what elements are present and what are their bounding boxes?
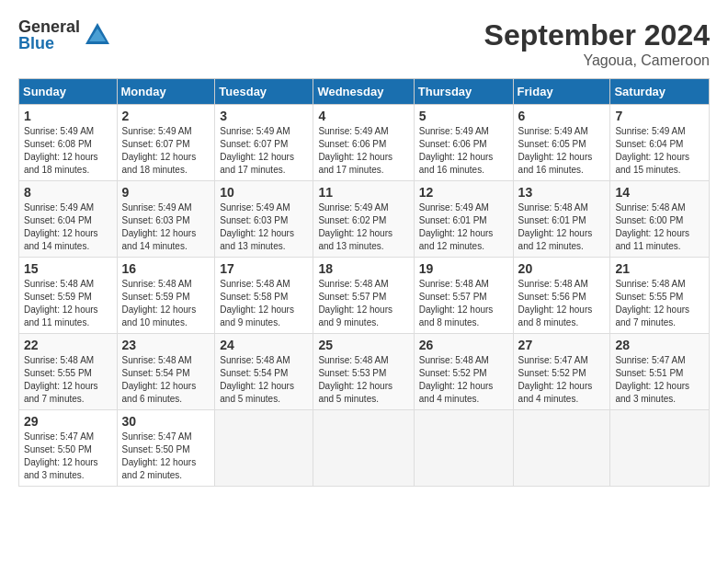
calendar-cell: 28Sunrise: 5:47 AM Sunset: 5:51 PM Dayli… — [610, 334, 710, 410]
day-info: Sunrise: 5:48 AM Sunset: 5:57 PM Dayligh… — [318, 278, 408, 329]
calendar-cell: 12Sunrise: 5:49 AM Sunset: 6:01 PM Dayli… — [414, 181, 513, 258]
day-info: Sunrise: 5:48 AM Sunset: 5:59 PM Dayligh… — [122, 278, 210, 329]
day-info: Sunrise: 5:48 AM Sunset: 6:01 PM Dayligh… — [518, 201, 606, 253]
calendar-week-row: 22Sunrise: 5:48 AM Sunset: 5:55 PM Dayli… — [19, 334, 710, 410]
calendar-cell: 15Sunrise: 5:48 AM Sunset: 5:59 PM Dayli… — [19, 258, 118, 334]
logo-icon — [84, 21, 111, 49]
day-number: 24 — [220, 338, 308, 352]
calendar-cell — [414, 410, 513, 487]
calendar-cell: 23Sunrise: 5:48 AM Sunset: 5:54 PM Dayli… — [117, 334, 215, 410]
day-info: Sunrise: 5:48 AM Sunset: 5:52 PM Dayligh… — [419, 354, 508, 406]
calendar-week-row: 8Sunrise: 5:49 AM Sunset: 6:04 PM Daylig… — [19, 181, 710, 258]
day-info: Sunrise: 5:49 AM Sunset: 6:06 PM Dayligh… — [419, 125, 508, 177]
calendar-header-saturday: Saturday — [610, 79, 710, 105]
day-number: 17 — [220, 261, 308, 276]
calendar-cell: 22Sunrise: 5:48 AM Sunset: 5:55 PM Dayli… — [19, 334, 118, 410]
calendar-header-friday: Friday — [513, 79, 610, 105]
calendar-cell: 26Sunrise: 5:48 AM Sunset: 5:52 PM Dayli… — [414, 334, 513, 410]
day-number: 10 — [220, 185, 308, 200]
calendar-week-row: 1Sunrise: 5:49 AM Sunset: 6:08 PM Daylig… — [19, 105, 710, 181]
calendar-cell: 6Sunrise: 5:49 AM Sunset: 6:05 PM Daylig… — [513, 105, 610, 181]
day-info: Sunrise: 5:48 AM Sunset: 5:58 PM Dayligh… — [220, 278, 308, 329]
calendar-cell: 27Sunrise: 5:47 AM Sunset: 5:52 PM Dayli… — [513, 334, 610, 410]
day-number: 30 — [122, 414, 210, 429]
calendar-week-row: 15Sunrise: 5:48 AM Sunset: 5:59 PM Dayli… — [19, 258, 710, 334]
calendar-cell: 30Sunrise: 5:47 AM Sunset: 5:50 PM Dayli… — [117, 410, 215, 487]
logo-general-text: General — [18, 18, 80, 35]
day-info: Sunrise: 5:49 AM Sunset: 6:03 PM Dayligh… — [122, 201, 210, 253]
calendar-cell: 2Sunrise: 5:49 AM Sunset: 6:07 PM Daylig… — [117, 105, 215, 181]
calendar-cell: 13Sunrise: 5:48 AM Sunset: 6:01 PM Dayli… — [513, 181, 610, 258]
day-number: 4 — [318, 109, 408, 123]
calendar-cell: 25Sunrise: 5:48 AM Sunset: 5:53 PM Dayli… — [313, 334, 414, 410]
calendar-week-row: 29Sunrise: 5:47 AM Sunset: 5:50 PM Dayli… — [19, 410, 710, 487]
calendar-cell: 10Sunrise: 5:49 AM Sunset: 6:03 PM Dayli… — [215, 181, 313, 258]
calendar-header-thursday: Thursday — [414, 79, 513, 105]
day-number: 26 — [419, 338, 508, 352]
day-number: 21 — [615, 261, 704, 276]
day-number: 27 — [518, 338, 606, 352]
day-info: Sunrise: 5:47 AM Sunset: 5:50 PM Dayligh… — [122, 431, 210, 482]
day-number: 20 — [518, 261, 606, 276]
day-info: Sunrise: 5:48 AM Sunset: 6:00 PM Dayligh… — [615, 201, 704, 253]
day-info: Sunrise: 5:47 AM Sunset: 5:50 PM Dayligh… — [24, 431, 112, 482]
day-info: Sunrise: 5:48 AM Sunset: 5:59 PM Dayligh… — [24, 278, 112, 329]
day-info: Sunrise: 5:49 AM Sunset: 6:07 PM Dayligh… — [220, 125, 308, 177]
day-info: Sunrise: 5:49 AM Sunset: 6:02 PM Dayligh… — [318, 201, 408, 253]
day-number: 11 — [318, 185, 408, 200]
day-number: 8 — [24, 185, 112, 200]
day-info: Sunrise: 5:49 AM Sunset: 6:03 PM Dayligh… — [220, 201, 308, 253]
day-number: 29 — [24, 414, 112, 429]
calendar-cell: 24Sunrise: 5:48 AM Sunset: 5:54 PM Dayli… — [215, 334, 313, 410]
day-number: 16 — [122, 261, 210, 276]
calendar-cell: 19Sunrise: 5:48 AM Sunset: 5:57 PM Dayli… — [414, 258, 513, 334]
calendar-header-sunday: Sunday — [19, 79, 118, 105]
day-number: 13 — [518, 185, 606, 200]
calendar-header-row: SundayMondayTuesdayWednesdayThursdayFrid… — [19, 79, 710, 105]
day-info: Sunrise: 5:47 AM Sunset: 5:51 PM Dayligh… — [615, 354, 704, 406]
day-info: Sunrise: 5:48 AM Sunset: 5:57 PM Dayligh… — [419, 278, 508, 329]
day-number: 6 — [518, 109, 606, 123]
calendar-cell: 16Sunrise: 5:48 AM Sunset: 5:59 PM Dayli… — [117, 258, 215, 334]
day-info: Sunrise: 5:47 AM Sunset: 5:52 PM Dayligh… — [518, 354, 606, 406]
calendar-header-monday: Monday — [117, 79, 215, 105]
day-number: 12 — [419, 185, 508, 200]
day-number: 3 — [220, 109, 308, 123]
day-info: Sunrise: 5:48 AM Sunset: 5:54 PM Dayligh… — [220, 354, 308, 406]
day-info: Sunrise: 5:49 AM Sunset: 6:04 PM Dayligh… — [24, 201, 112, 253]
day-number: 7 — [615, 109, 704, 123]
day-info: Sunrise: 5:49 AM Sunset: 6:05 PM Dayligh… — [518, 125, 606, 177]
day-info: Sunrise: 5:48 AM Sunset: 5:56 PM Dayligh… — [518, 278, 606, 329]
calendar-header-tuesday: Tuesday — [215, 79, 313, 105]
day-number: 1 — [24, 109, 112, 123]
calendar-cell: 3Sunrise: 5:49 AM Sunset: 6:07 PM Daylig… — [215, 105, 313, 181]
day-info: Sunrise: 5:49 AM Sunset: 6:01 PM Dayligh… — [419, 201, 508, 253]
calendar-cell: 14Sunrise: 5:48 AM Sunset: 6:00 PM Dayli… — [610, 181, 710, 258]
location-title: Yagoua, Cameroon — [484, 52, 710, 69]
day-number: 5 — [419, 109, 508, 123]
calendar-cell: 17Sunrise: 5:48 AM Sunset: 5:58 PM Dayli… — [215, 258, 313, 334]
day-number: 19 — [419, 261, 508, 276]
calendar-header-wednesday: Wednesday — [313, 79, 414, 105]
calendar-table: SundayMondayTuesdayWednesdayThursdayFrid… — [18, 78, 710, 487]
calendar-cell: 20Sunrise: 5:48 AM Sunset: 5:56 PM Dayli… — [513, 258, 610, 334]
calendar-cell: 4Sunrise: 5:49 AM Sunset: 6:06 PM Daylig… — [313, 105, 414, 181]
day-number: 25 — [318, 338, 408, 352]
calendar-cell — [610, 410, 710, 487]
day-number: 14 — [615, 185, 704, 200]
calendar-cell: 18Sunrise: 5:48 AM Sunset: 5:57 PM Dayli… — [313, 258, 414, 334]
day-number: 15 — [24, 261, 112, 276]
day-info: Sunrise: 5:48 AM Sunset: 5:55 PM Dayligh… — [24, 354, 112, 406]
calendar-cell — [313, 410, 414, 487]
day-number: 28 — [615, 338, 704, 352]
day-info: Sunrise: 5:49 AM Sunset: 6:04 PM Dayligh… — [615, 125, 704, 177]
day-info: Sunrise: 5:48 AM Sunset: 5:55 PM Dayligh… — [615, 278, 704, 329]
calendar-cell: 11Sunrise: 5:49 AM Sunset: 6:02 PM Dayli… — [313, 181, 414, 258]
day-number: 23 — [122, 338, 210, 352]
calendar-cell: 9Sunrise: 5:49 AM Sunset: 6:03 PM Daylig… — [117, 181, 215, 258]
day-info: Sunrise: 5:49 AM Sunset: 6:08 PM Dayligh… — [24, 125, 112, 177]
day-info: Sunrise: 5:49 AM Sunset: 6:06 PM Dayligh… — [318, 125, 408, 177]
title-block: September 2024 Yagoua, Cameroon — [484, 18, 710, 69]
calendar-cell: 1Sunrise: 5:49 AM Sunset: 6:08 PM Daylig… — [19, 105, 118, 181]
day-number: 2 — [122, 109, 210, 123]
